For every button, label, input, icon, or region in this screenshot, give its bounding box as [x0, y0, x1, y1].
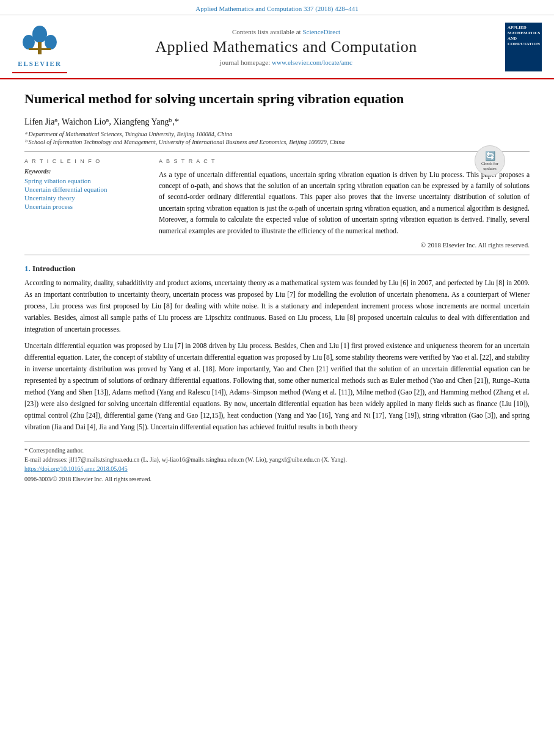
abstract-col: A B S T R A C T As a type of uncertain d…	[159, 158, 530, 249]
email-addresses: jlf17@mails.tsinghua.edu.cn (L. Jia), wj…	[69, 456, 347, 463]
journal-header: ELSEVIER Contents lists available at Sci…	[0, 15, 554, 79]
divider-2	[24, 255, 530, 255]
keyword-4: Uncertain process	[24, 203, 147, 210]
contents-label: Contents lists available at	[232, 28, 301, 35]
article-info-abstract: A R T I C L E I N F O Keywords: Spring v…	[24, 158, 530, 249]
journal-reference-text: Applied Mathematics and Computation 337 …	[195, 5, 358, 12]
elsevier-brand-text: ELSEVIER	[18, 60, 62, 67]
intro-para-1: According to normality, duality, subaddi…	[24, 277, 530, 335]
homepage-label: journal homepage:	[220, 59, 270, 66]
journal-title-area: Contents lists available at ScienceDirec…	[73, 28, 499, 66]
journal-cover-image: APPLIED MATHEMATICS AND COMPUTATION	[505, 23, 542, 71]
elsevier-logo: ELSEVIER	[12, 20, 67, 73]
elsevier-tree-icon	[15, 25, 64, 59]
svg-rect-4	[29, 48, 51, 50]
svg-point-2	[45, 35, 57, 49]
abstract-text: As a type of uncertain differential equa…	[159, 169, 530, 236]
affiliation-b: ᵇ School of Information Technology and M…	[24, 139, 530, 145]
article-info-col: A R T I C L E I N F O Keywords: Spring v…	[24, 158, 147, 249]
article-info-title: A R T I C L E I N F O	[24, 158, 147, 164]
intro-section-title: 1. Introduction	[24, 264, 530, 274]
keyword-1: Spring vibation equation	[24, 177, 147, 184]
journal-title-text: Applied Mathematics and Computation	[73, 38, 499, 56]
check-for-updates-badge: 🔄 Check for updates	[475, 145, 505, 176]
doi-link[interactable]: https://doi.org/10.1016/j.amc.2018.05.04…	[24, 465, 128, 472]
divider-1	[24, 151, 530, 152]
intro-title-text: Introduction	[32, 264, 76, 273]
homepage-url[interactable]: www.elsevier.com/locate/amc	[272, 59, 352, 66]
keyword-2: Uncertain differential equation	[24, 186, 147, 193]
issn-line: 0096-3003/© 2018 Elsevier Inc. All right…	[24, 476, 530, 482]
journal-homepage-line: journal homepage: www.elsevier.com/locat…	[73, 59, 499, 66]
paper-body: Numerical method for solving uncertain s…	[0, 79, 554, 489]
abstract-title: A B S T R A C T	[159, 158, 530, 164]
doi-line: https://doi.org/10.1016/j.amc.2018.05.04…	[24, 464, 530, 473]
keywords-label: Keywords:	[24, 168, 147, 175]
affiliation-a: ᵃ Department of Mathematical Sciences, T…	[24, 131, 530, 137]
authors-line: Lifen Jiaᵃ, Waichon Lioᵃ, Xiangfeng Yang…	[24, 117, 530, 127]
keyword-3: Uncertainty theory	[24, 194, 147, 202]
authors-text: Lifen Jiaᵃ, Waichon Lioᵃ, Xiangfeng Yang…	[24, 117, 179, 126]
article-top-area: Numerical method for solving uncertain s…	[24, 90, 530, 145]
intro-section-num: 1.	[24, 264, 31, 273]
copyright-line: © 2018 Elsevier Inc. All rights reserved…	[159, 241, 530, 249]
email-label: E-mail addresses:	[24, 456, 68, 463]
sciencedirect-link[interactable]: ScienceDirect	[302, 28, 340, 35]
article-title: Numerical method for solving uncertain s…	[24, 90, 530, 108]
cover-title-text: APPLIED MATHEMATICS AND COMPUTATION	[508, 25, 539, 47]
corresponding-author-label: * Corresponding author.	[24, 446, 530, 455]
svg-point-1	[23, 35, 35, 49]
footnote-area: * Corresponding author. E-mail addresses…	[24, 442, 530, 482]
email-line: E-mail addresses: jlf17@mails.tsinghua.e…	[24, 455, 530, 464]
journal-reference-bar: Applied Mathematics and Computation 337 …	[0, 0, 554, 15]
intro-para-2: Uncertain differential equation was prop…	[24, 340, 530, 433]
sciencedirect-line: Contents lists available at ScienceDirec…	[73, 28, 499, 35]
check-updates-label: Check for updates	[475, 161, 505, 171]
